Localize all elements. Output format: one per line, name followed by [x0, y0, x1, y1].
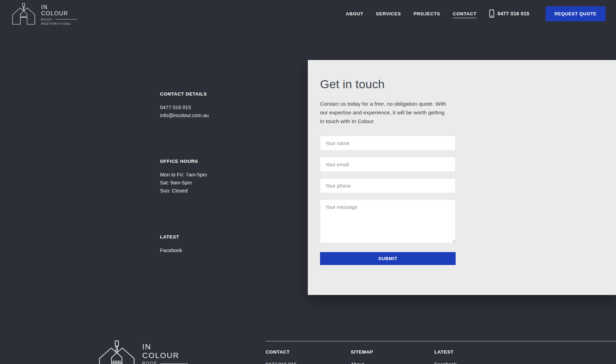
header-phone-number: 0477 016 015 — [497, 11, 530, 16]
name-input[interactable] — [320, 136, 456, 151]
panel-description: Contact us today for a free, no obligati… — [320, 99, 448, 126]
footer-brand-name-line2: COLOUR — [142, 351, 188, 360]
footer-house-paintbrush-icon — [96, 339, 137, 364]
office-hours-saturday: Sat: 9am-5pm — [160, 179, 275, 187]
footer-sitemap-about[interactable]: About — [351, 362, 364, 364]
house-paintbrush-icon — [10, 2, 37, 25]
get-in-touch-panel: Get in touch Contact us today for a free… — [308, 60, 616, 295]
footer-tagline-rule — [160, 363, 188, 364]
nav-about[interactable]: ABOUT — [346, 11, 363, 16]
contact-form: SUBMIT — [320, 136, 456, 265]
latest-section: LATEST Facebook — [160, 234, 275, 255]
contact-details-email[interactable]: info@incolour.com.au — [160, 112, 209, 120]
footer-latest-facebook[interactable]: Facebook — [434, 362, 457, 364]
email-input[interactable] — [320, 157, 456, 172]
footer-latest-title: LATEST — [434, 349, 454, 355]
main-nav: ABOUT SERVICES PROJECTS CONTACT 0477 016… — [346, 6, 606, 21]
contact-details-title: CONTACT DETAILS — [160, 91, 275, 97]
nav-contact[interactable]: CONTACT — [453, 11, 477, 16]
contact-details-section: CONTACT DETAILS 0477 016 015 info@incolo… — [160, 91, 275, 120]
brand-wordmark: IN COLOUR ROOF RESTORATIONS — [41, 2, 77, 25]
phone-input[interactable] — [320, 178, 456, 193]
brand-name-line1: IN — [41, 4, 77, 10]
header: IN COLOUR ROOF RESTORATIONS ABOUT SERVIC… — [0, 0, 616, 27]
request-quote-button[interactable]: REQUEST QUOTE — [546, 6, 606, 21]
footer-contact-phone[interactable]: 0477 016 015 — [266, 362, 297, 364]
footer-brand-wordmark: IN COLOUR ROOF — [142, 339, 188, 364]
office-hours-sunday: Sun: Closed — [160, 187, 275, 195]
office-hours-weekdays: Mon to Fri: 7am-5pm — [160, 171, 275, 179]
nav-services[interactable]: SERVICES — [376, 11, 401, 16]
brand-logo[interactable]: IN COLOUR ROOF RESTORATIONS — [10, 2, 77, 25]
brand-tagline-restorations: RESTORATIONS — [41, 22, 77, 25]
submit-button[interactable]: SUBMIT — [320, 252, 456, 265]
office-hours-title: OFFICE HOURS — [160, 159, 275, 164]
footer-brand-tagline-roof: ROOF — [142, 361, 157, 364]
facebook-link[interactable]: Facebook — [160, 247, 182, 255]
footer-sitemap-title: SITEMAP — [351, 349, 373, 355]
panel-heading: Get in touch — [320, 77, 456, 91]
footer-logo[interactable]: IN COLOUR ROOF — [96, 339, 188, 364]
tagline-rule — [55, 19, 77, 20]
brand-name-line2: COLOUR — [41, 10, 77, 17]
header-phone-link[interactable]: 0477 016 015 — [489, 9, 530, 18]
nav-projects[interactable]: PROJECTS — [413, 11, 440, 16]
footer-contact-title: CONTACT — [266, 349, 290, 355]
mobile-phone-icon — [489, 9, 494, 18]
latest-title: LATEST — [160, 234, 275, 240]
contact-details-phone: 0477 016 015 — [160, 104, 275, 112]
brand-tagline-roof: ROOF — [41, 18, 53, 21]
footer-brand-name-line1: IN — [142, 342, 188, 351]
office-hours-section: OFFICE HOURS Mon to Fri: 7am-5pm Sat: 9a… — [160, 159, 275, 195]
message-textarea[interactable] — [320, 199, 456, 243]
footer-divider — [266, 341, 616, 341]
